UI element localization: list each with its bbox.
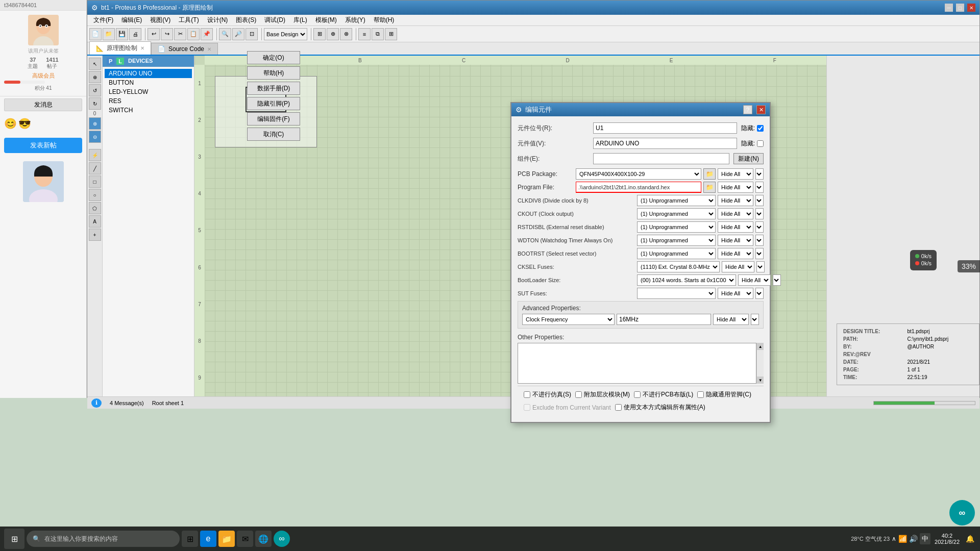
up-arrow-icon[interactable]: ∧ bbox=[892, 535, 896, 542]
pcb-dropdown[interactable]: ▼ bbox=[755, 168, 764, 180]
menu-design[interactable]: 设计(N) bbox=[203, 15, 232, 26]
toolbar-zoom-out[interactable]: 🔎 bbox=[232, 28, 244, 40]
prop-select-4[interactable]: (1) Unprogrammed bbox=[637, 248, 716, 259]
toolbar-fit[interactable]: ⊡ bbox=[246, 28, 258, 40]
prop-select-2[interactable]: (1) Unprogrammed bbox=[637, 221, 716, 233]
toolbar-new[interactable]: 📄 bbox=[89, 28, 102, 40]
taskbar-app1[interactable]: 🌐 bbox=[255, 531, 272, 547]
toolbar-more2[interactable]: ⧉ bbox=[372, 28, 384, 40]
hidden-checkbox-1[interactable] bbox=[757, 125, 764, 132]
tool-bus[interactable]: + bbox=[89, 229, 101, 241]
prop-select-1[interactable]: (1) Unprogrammed bbox=[637, 208, 716, 219]
menu-view[interactable]: 视图(V) bbox=[146, 15, 175, 26]
tab-source-code[interactable]: 📄 Source Code ✕ bbox=[151, 43, 218, 55]
tool-select[interactable]: ↖ bbox=[89, 58, 101, 70]
notification-btn[interactable]: 🔔 bbox=[964, 533, 976, 545]
prop-hide-4[interactable]: Hide All bbox=[718, 248, 753, 259]
menu-template[interactable]: 模板(M) bbox=[311, 15, 341, 26]
menu-help[interactable]: 帮助(H) bbox=[370, 15, 399, 26]
toolbar-zoom-in[interactable]: 🔍 bbox=[219, 28, 231, 40]
prop-dd-5[interactable]: ▼ bbox=[756, 261, 765, 272]
cancel-btn[interactable]: 取消(C) bbox=[247, 128, 300, 141]
menu-graph[interactable]: 图表(S) bbox=[232, 15, 260, 26]
prop-dd-3[interactable]: ▼ bbox=[755, 235, 764, 246]
advanced-value-input[interactable] bbox=[617, 314, 711, 325]
tool-line[interactable]: ╱ bbox=[89, 162, 101, 174]
advanced-dropdown[interactable]: ▼ bbox=[751, 314, 759, 325]
hidden-checkbox-2[interactable] bbox=[757, 140, 764, 147]
menu-debug[interactable]: 调试(D) bbox=[260, 15, 289, 26]
prop-select-6[interactable]: (00) 1024 words. Starts at 0x1C00 bbox=[637, 274, 736, 286]
other-props-textarea[interactable] bbox=[518, 343, 756, 384]
tool-zoom-in[interactable]: ⊕ bbox=[89, 117, 101, 130]
part-ref-input[interactable] bbox=[593, 122, 737, 134]
tool-power[interactable]: ⚡ bbox=[89, 149, 101, 161]
tool-more1[interactable]: ↻ bbox=[89, 97, 101, 110]
message-btn-area[interactable]: 发消息 bbox=[0, 96, 86, 113]
other-props-scrollbar[interactable]: ▲ ▼ bbox=[756, 343, 764, 384]
toolbar-open[interactable]: 📁 bbox=[103, 28, 115, 40]
toolbar-print[interactable]: 🖨 bbox=[129, 28, 141, 40]
prop-hide-7[interactable]: Hide All bbox=[718, 288, 753, 299]
prop-select-0[interactable]: (1) Unprogrammed bbox=[637, 195, 716, 206]
ok-btn[interactable]: 确定(O) bbox=[247, 51, 300, 64]
exclude-variant-checkbox[interactable] bbox=[524, 404, 530, 411]
program-hide-select[interactable]: Hide All bbox=[718, 182, 753, 193]
menu-lib[interactable]: 库(L) bbox=[289, 15, 311, 26]
menu-tools[interactable]: 工具(T) bbox=[175, 15, 203, 26]
program-dropdown[interactable]: ▼ bbox=[755, 182, 764, 193]
tab-schematic-close[interactable]: ✕ bbox=[140, 45, 144, 51]
toolbar-redo[interactable]: ↪ bbox=[161, 28, 173, 40]
tool-component[interactable]: ⊕ bbox=[89, 71, 101, 83]
component-button[interactable]: BUTTON bbox=[105, 78, 192, 87]
prop-dd-0[interactable]: ▼ bbox=[755, 195, 764, 206]
dialog-close-btn[interactable]: ✕ bbox=[756, 105, 766, 114]
advanced-prop-select[interactable]: Clock Frequency bbox=[522, 314, 615, 325]
toolbar-more3[interactable]: ⊞ bbox=[385, 28, 397, 40]
prop-hide-0[interactable]: Hide All bbox=[718, 195, 753, 206]
menu-file[interactable]: 文件(F) bbox=[89, 15, 117, 26]
tab-schematic[interactable]: 📐 原理图绘制 ✕ bbox=[89, 41, 151, 55]
prop-select-5[interactable]: (1110) Ext. Crystal 8.0-MHz bbox=[637, 261, 720, 272]
prop-dd-6[interactable]: ▼ bbox=[773, 274, 781, 286]
use-text-checkbox[interactable] bbox=[615, 404, 622, 411]
scroll-up-btn[interactable]: ▲ bbox=[757, 343, 764, 350]
prop-dd-2[interactable]: ▼ bbox=[755, 221, 764, 233]
prop-dd-4[interactable]: ▼ bbox=[755, 248, 764, 259]
taskbar-taskview[interactable]: ⊞ bbox=[182, 531, 198, 547]
pcb-browse-btn[interactable]: 📁 bbox=[703, 168, 716, 180]
post-new-topic-btn[interactable]: 发表新帖 bbox=[4, 138, 82, 153]
help-btn[interactable]: 帮助(H) bbox=[247, 66, 300, 80]
taskbar-mail[interactable]: ✉ bbox=[237, 531, 253, 547]
datasheet-btn[interactable]: 数据手册(D) bbox=[247, 82, 300, 95]
tool-wire[interactable]: ↺ bbox=[89, 84, 101, 96]
prop-hide-6[interactable]: Hide All bbox=[738, 274, 771, 286]
prop-select-7[interactable] bbox=[637, 288, 716, 299]
new-component-btn[interactable]: 新建(N) bbox=[733, 153, 764, 164]
taskbar-search[interactable]: 🔍 在这里输入你要搜索的内容 bbox=[27, 531, 180, 547]
taskbar-edge[interactable]: e bbox=[200, 531, 216, 547]
pcb-hide-select[interactable]: Hide All bbox=[718, 168, 753, 180]
input-method[interactable]: 中 bbox=[920, 533, 930, 544]
tool-zoom-out[interactable]: ⊖ bbox=[89, 131, 101, 143]
toolbar-copy[interactable]: 📋 bbox=[187, 28, 200, 40]
start-button[interactable]: ⊞ bbox=[4, 529, 24, 549]
prop-hide-1[interactable]: Hide All bbox=[718, 208, 753, 219]
tool-text[interactable]: A bbox=[89, 215, 101, 228]
no-sim-checkbox[interactable] bbox=[524, 391, 530, 398]
toolbar-route[interactable]: ⊗ bbox=[340, 28, 352, 40]
pcb-package-select[interactable]: QFN45P400X400X100-29 bbox=[576, 168, 701, 180]
toolbar-origin[interactable]: ⊕ bbox=[327, 28, 339, 40]
minimize-btn[interactable]: ─ bbox=[945, 4, 953, 12]
component-res[interactable]: RES bbox=[105, 96, 192, 106]
toolbar-more1[interactable]: ≡ bbox=[358, 28, 371, 40]
menu-edit[interactable]: 编辑(E) bbox=[117, 15, 146, 26]
edit-firmware-btn[interactable]: 编辑固件(F) bbox=[247, 112, 300, 126]
toolbar-cut[interactable]: ✂ bbox=[174, 28, 186, 40]
prop-dd-7[interactable]: ▼ bbox=[755, 288, 764, 299]
send-message-btn[interactable]: 发消息 bbox=[4, 98, 82, 111]
tool-rect[interactable]: □ bbox=[89, 176, 101, 188]
attach-hierarchy-checkbox[interactable] bbox=[575, 391, 582, 398]
tab-source-close[interactable]: ✕ bbox=[207, 46, 211, 52]
toolbar-paste[interactable]: 📌 bbox=[201, 28, 213, 40]
